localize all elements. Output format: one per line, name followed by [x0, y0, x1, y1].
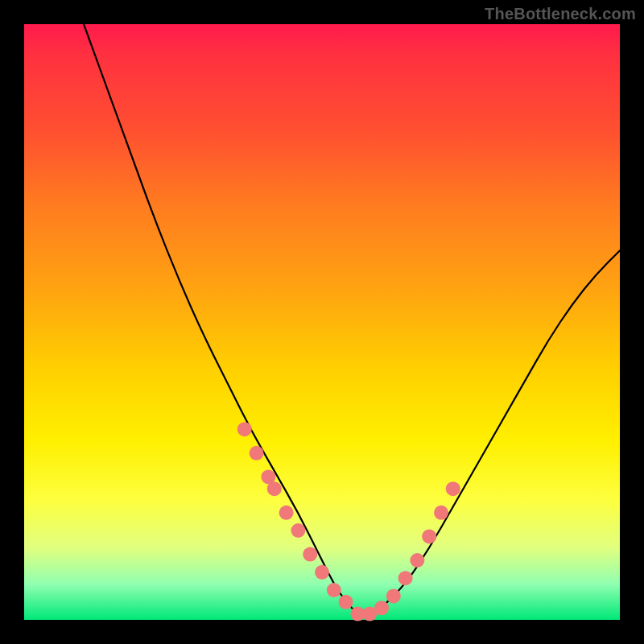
- highlight-dot: [267, 481, 282, 496]
- highlight-dot: [446, 481, 460, 496]
- highlight-dot: [291, 523, 305, 538]
- highlight-dot: [422, 529, 436, 543]
- highlight-dot: [303, 547, 317, 562]
- plot-area: [24, 24, 620, 620]
- highlight-dot: [315, 565, 329, 580]
- highlight-dot: [250, 446, 264, 460]
- highlight-dots: [237, 422, 460, 621]
- highlight-dot: [374, 601, 389, 615]
- highlight-dot: [386, 588, 401, 603]
- highlight-dot: [237, 422, 252, 436]
- highlight-dot: [339, 595, 353, 609]
- highlight-dot: [434, 506, 448, 520]
- highlight-dot: [410, 553, 424, 568]
- highlight-dot: [398, 571, 413, 585]
- highlight-dot: [327, 583, 341, 597]
- curve-layer: [24, 24, 620, 620]
- bottleneck-curve: [84, 24, 620, 614]
- watermark-text: TheBottleneck.com: [485, 5, 636, 23]
- highlight-dot: [279, 506, 294, 520]
- chart-frame: TheBottleneck.com: [0, 0, 644, 644]
